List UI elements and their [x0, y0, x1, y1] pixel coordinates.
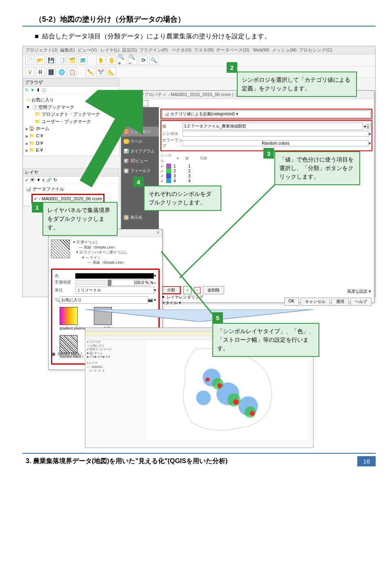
expand-icon[interactable]: ⬍	[36, 87, 40, 94]
opacity-value[interactable]: 100.0 %	[111, 280, 150, 286]
heading-rule	[22, 26, 376, 27]
zoomout-icon[interactable]: 🔍−	[128, 56, 137, 65]
filter-icon[interactable]: ▼	[30, 87, 35, 94]
callout-num-2: 2	[227, 62, 237, 73]
svg-point-9	[212, 378, 223, 390]
current-swatch-name: hashed black /	[58, 352, 82, 356]
callout-num-1: 1	[32, 202, 42, 213]
footer-title: 3. 農業集落境界データ(地図)を用いた"見える化"(QGISを用いた分析)	[26, 457, 227, 466]
addcsv-icon[interactable]: 📋	[68, 67, 77, 76]
callout-num-5: 5	[212, 312, 223, 323]
eps-button[interactable]: ε	[366, 124, 371, 129]
adddb-icon[interactable]: 🗄️	[47, 67, 56, 76]
layer-tb-icon[interactable]: ↻	[53, 177, 57, 183]
svg-line-0	[86, 98, 135, 184]
layer-tb-icon[interactable]: ▼	[36, 177, 41, 183]
callout-5: 「シンボルレイヤタイプ」、「色」、「ストローク幅」等の設定を行います。	[212, 323, 319, 357]
color-label: 色	[55, 273, 75, 279]
symbol-tree: ▾ ☑ 塗りつぶし — 直線（Simple Line） ▾ ☑ ラインパターン塗…	[73, 240, 128, 265]
callout-num-3: 3	[263, 148, 274, 159]
callout-3: 「値」で色分けに使う項目を選択し、「分類」ボタンをクリックします。	[274, 151, 360, 185]
svg-point-8	[196, 390, 211, 405]
current-swatch: ▦	[52, 352, 56, 356]
pan-icon[interactable]: ✋	[96, 56, 105, 65]
layer-tb-icon[interactable]: 🔗	[46, 177, 52, 183]
color-picker[interactable]	[75, 273, 154, 279]
open-icon[interactable]: 📂	[36, 56, 45, 65]
page-footer: 3. 農業集落境界データ(地図)を用いた"見える化"(QGISを用いた分析) 1…	[22, 454, 376, 466]
symbol-swatch[interactable]	[183, 131, 369, 137]
help-button[interactable]: ヘルプ	[350, 298, 372, 306]
callout-4: それぞれのシンボルをダブルクリックします。	[144, 186, 221, 211]
value-frame: 値1.2 データファイル_農業地域類型▾ε シンボル▾ カラーランプRandom…	[160, 120, 372, 151]
ramp-dropdown[interactable]: Random colors	[183, 140, 369, 146]
svg-point-15	[205, 378, 209, 382]
callout-1: レイヤパネルで集落境界をダブルクリックします。	[42, 202, 118, 236]
arrow-icon	[78, 90, 143, 188]
edit-icon[interactable]: ✏️	[86, 67, 95, 76]
opacity-label: 不透明度	[55, 280, 75, 285]
addwms-icon[interactable]: 🌐	[57, 67, 66, 76]
addvector-icon[interactable]: V	[25, 67, 34, 76]
svg-point-14	[249, 411, 254, 416]
apply-button[interactable]: 適用	[332, 298, 349, 306]
value-field[interactable]: 1.2 データファイル_農業地域類型	[183, 123, 363, 130]
ok-button[interactable]: OK	[284, 298, 299, 306]
menubar: プロジェクト(J)編集(E)ビュー(V) レイヤ(L)設定(S)プラグイン(P)…	[23, 46, 375, 54]
svg-point-13	[233, 399, 238, 405]
saveas-icon[interactable]: 📑	[57, 56, 66, 65]
opacity-slider[interactable]	[75, 280, 111, 285]
value-label: 値	[162, 123, 183, 129]
layer-tb-icon[interactable]: ε	[42, 177, 45, 183]
side-display[interactable]: 🏷️表示名	[121, 213, 159, 222]
layer-tb-icon[interactable]: ✓	[25, 177, 29, 183]
unit-label: 単位	[55, 287, 75, 293]
browser-title: ブラウザ	[23, 78, 119, 87]
save-icon[interactable]: 💾	[47, 56, 56, 65]
section-heading: （5-2）地図の塗り分け（分類データの場合）	[35, 14, 376, 24]
info-icon[interactable]: ⓘ	[42, 87, 46, 94]
zoom-icon[interactable]: 🔍	[149, 56, 158, 65]
edit3-icon[interactable]: 📐	[107, 67, 116, 76]
categorized-frame: 📊 カテゴリ値による定義(categorized) ▾	[160, 109, 372, 119]
callout-num-4: 4	[133, 177, 144, 187]
ramp-label: カラーランプ	[162, 137, 183, 149]
categorized-dropdown[interactable]: 📊 カテゴリ値による定義(categorized) ▾	[162, 110, 371, 118]
svg-point-10	[227, 393, 241, 406]
layout-icon[interactable]: 🗂️	[68, 56, 77, 65]
new-icon[interactable]: 📄	[25, 56, 34, 65]
edit2-icon[interactable]: ✂️	[96, 67, 105, 76]
svg-point-12	[217, 383, 222, 388]
layer-tb-icon[interactable]: 👁	[30, 177, 35, 183]
cancel-button[interactable]: キャンセル	[301, 298, 330, 306]
callout-2: シンボロジを選択して「カテゴリ値による定義」をクリックします。	[237, 72, 357, 97]
addraster-icon[interactable]: R	[36, 67, 45, 76]
fav-search[interactable]: お気に入り	[60, 296, 148, 304]
unit-dropdown[interactable]: ミリメートル	[75, 287, 154, 294]
result-layer-tree: ▾ ブラウザ ☆ お気に入り ▾ 空間ブックマーク ▶ 🏠 ホーム ▶ C:¥ …	[87, 340, 144, 439]
zoomfull-icon[interactable]: ⟳	[139, 56, 148, 65]
page-number: 16	[357, 456, 376, 466]
pan2-icon[interactable]: 🖐️	[107, 56, 116, 65]
layout2-icon[interactable]: 🗺️	[78, 56, 87, 65]
toolbar-1: 📄 📂 💾 📑 🗂️ 🗺️ ✋ 🖐️ 🔍+ 🔍− ⟳ 🔍	[23, 54, 375, 66]
props-footer: OK キャンセル 適用 ヘルプ	[284, 298, 372, 306]
symbol-label: シンボル	[162, 131, 183, 137]
zoomin-icon[interactable]: 🔍+	[118, 56, 127, 65]
advanced-settings[interactable]: 高度な設定 ▾	[347, 289, 371, 294]
symbol-preview	[51, 240, 70, 258]
swatch-item[interactable]: gradient plasma	[60, 307, 86, 330]
refresh-icon[interactable]: ↻	[25, 87, 29, 94]
intro-bullet: 結合したデータ項目（分類データ）により農業集落の塗り分けを設定します。	[35, 32, 376, 41]
